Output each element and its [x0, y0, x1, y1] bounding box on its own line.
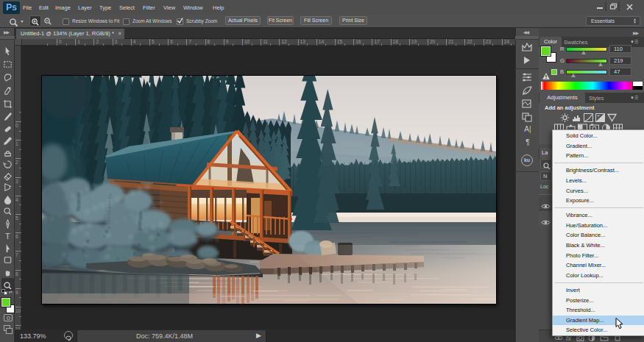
svg-text:T: T: [5, 232, 10, 241]
